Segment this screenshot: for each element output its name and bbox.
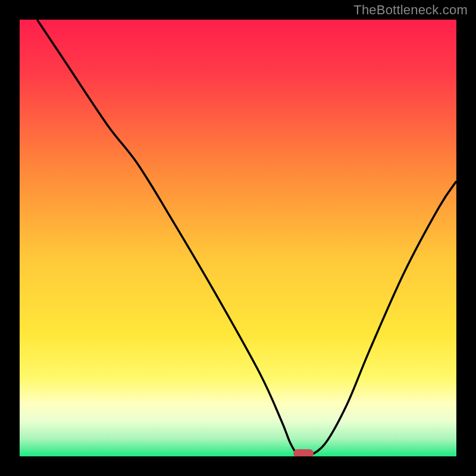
watermark-text: TheBottleneck.com [353,2,468,18]
frame-left [0,0,20,476]
min-marker [293,449,314,458]
frame-right [456,0,476,476]
gradient-background [20,20,456,456]
bottleneck-plot [0,0,476,476]
frame-bottom [0,456,476,476]
chart-container: TheBottleneck.com [0,0,476,476]
